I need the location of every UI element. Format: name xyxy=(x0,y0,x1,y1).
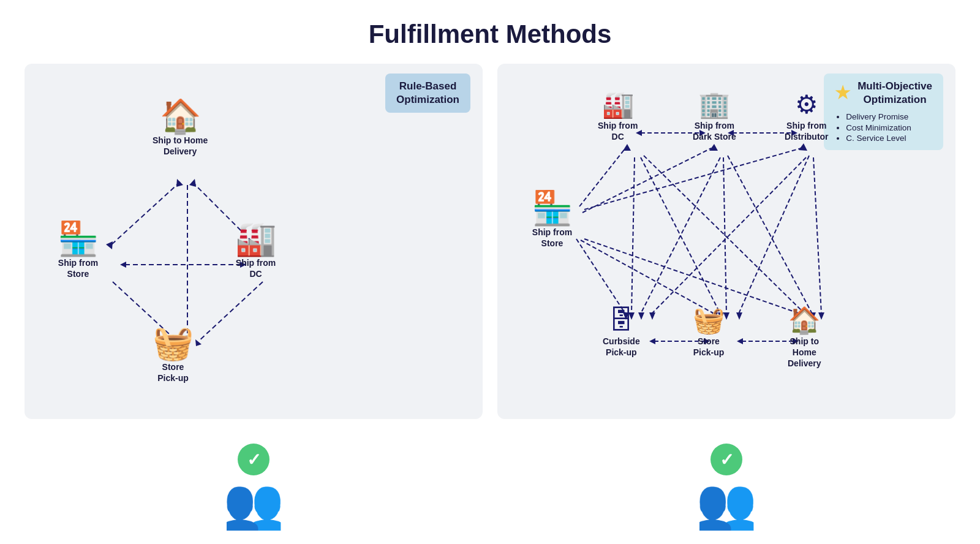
dc-label: Ship fromDC xyxy=(236,257,276,279)
store-icon: 🏪 xyxy=(58,222,99,255)
left-home-node: 🏠 Ship to HomeDelivery xyxy=(153,99,208,157)
left-panel: Rule-BasedOptimization xyxy=(24,64,483,419)
left-store-node: 🏪 Ship fromStore xyxy=(58,222,99,279)
svg-line-11 xyxy=(198,282,263,341)
right-distributor-label: Ship fromDistributor xyxy=(785,120,829,142)
right-curbside-node: 🗄 CurbsidePick-up xyxy=(603,308,640,358)
svg-line-31 xyxy=(644,156,805,314)
right-pickup-node: 🧺 StorePick-up xyxy=(693,308,725,358)
right-distributor-icon: ⚙ xyxy=(795,92,818,118)
right-home-label: Ship toHomeDelivery xyxy=(788,336,821,369)
right-dc-label: Ship fromDC xyxy=(598,120,638,142)
svg-line-47 xyxy=(581,240,714,314)
right-diagram: 🏭 Ship fromDC 🏢 Ship fromDark Store ⚙ Sh… xyxy=(512,87,941,381)
right-darkstore-icon: 🏢 xyxy=(698,92,730,118)
svg-line-37 xyxy=(728,156,812,314)
dc-icon: 🏭 xyxy=(235,222,276,255)
basket-icon: 🧺 xyxy=(153,326,194,359)
bottom-section: ✓ 👥 ✓ 👥 xyxy=(24,429,956,533)
left-basket-node: 🧺 StorePick-up xyxy=(153,326,194,383)
right-dc-icon: 🏭 xyxy=(602,92,634,118)
right-darkstore-node: 🏢 Ship fromDark Store xyxy=(693,92,736,142)
svg-line-27 xyxy=(631,157,635,314)
right-curbside-label: CurbsidePick-up xyxy=(603,336,640,358)
store-label: Ship fromStore xyxy=(58,257,98,279)
svg-marker-53 xyxy=(649,338,655,344)
page-title: Fulfillment Methods xyxy=(369,20,612,49)
right-home-node: 🏠 Ship toHomeDelivery xyxy=(788,308,821,369)
svg-marker-56 xyxy=(737,338,743,344)
svg-marker-5 xyxy=(189,179,196,187)
left-checkmark: ✓ xyxy=(238,444,270,475)
svg-marker-8 xyxy=(120,262,126,268)
left-bottom: ✓ 👥 xyxy=(24,429,483,533)
svg-line-45 xyxy=(576,239,625,314)
svg-line-33 xyxy=(641,157,720,314)
svg-marker-22 xyxy=(623,144,631,151)
svg-marker-26 xyxy=(799,143,807,151)
svg-line-21 xyxy=(579,148,625,206)
svg-line-41 xyxy=(739,156,809,314)
right-panel: ★ Multi-ObjectiveOptimization Delivery P… xyxy=(497,64,956,419)
svg-marker-12 xyxy=(195,339,202,346)
svg-marker-42 xyxy=(736,312,742,320)
svg-line-25 xyxy=(584,148,801,210)
right-dc-node: 🏭 Ship fromDC xyxy=(598,92,638,142)
right-home-icon: 🏠 xyxy=(788,308,820,333)
right-checkmark: ✓ xyxy=(710,444,742,475)
svg-marker-2 xyxy=(176,179,183,187)
left-diagram: 🏠 Ship to HomeDelivery 🏪 Ship fromStore … xyxy=(39,87,468,381)
right-store-label: Ship fromStore xyxy=(532,227,572,249)
right-pickup-label: StorePick-up xyxy=(693,336,725,358)
right-curbside-icon: 🗄 xyxy=(608,308,634,333)
right-store-icon: 🏪 xyxy=(532,191,573,224)
svg-line-0 xyxy=(110,182,180,246)
right-people-group: ✓ 👥 xyxy=(696,444,757,528)
main-content: Rule-BasedOptimization xyxy=(24,64,956,419)
svg-line-29 xyxy=(641,157,720,314)
svg-line-35 xyxy=(723,157,726,314)
svg-line-49 xyxy=(584,239,800,314)
right-people-icon: 👥 xyxy=(696,479,757,528)
basket-label: StorePick-up xyxy=(157,361,189,383)
svg-line-39 xyxy=(652,157,806,314)
home-icon: 🏠 xyxy=(160,99,201,132)
svg-marker-1 xyxy=(106,241,113,249)
right-bottom: ✓ 👥 xyxy=(497,429,956,533)
left-people-icon: 👥 xyxy=(223,479,284,528)
svg-marker-24 xyxy=(709,144,718,151)
left-dc-node: 🏭 Ship fromDC xyxy=(235,222,276,279)
svg-line-23 xyxy=(582,148,711,213)
left-people-group: ✓ 👥 xyxy=(223,444,284,528)
right-pickup-icon: 🧺 xyxy=(693,308,725,333)
right-darkstore-label: Ship fromDark Store xyxy=(693,120,736,142)
svg-marker-40 xyxy=(649,312,655,320)
right-store-node: 🏪 Ship fromStore xyxy=(532,191,573,249)
svg-line-43 xyxy=(813,157,821,314)
right-distributor-node: ⚙ Ship fromDistributor xyxy=(785,92,829,142)
home-label: Ship to HomeDelivery xyxy=(153,135,208,157)
